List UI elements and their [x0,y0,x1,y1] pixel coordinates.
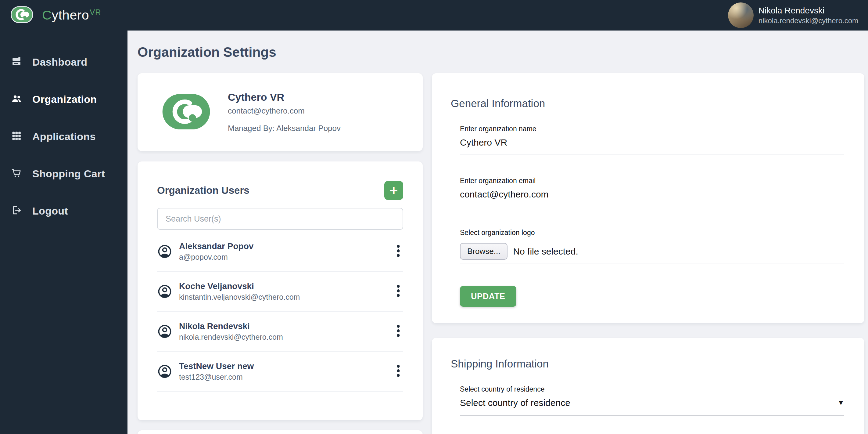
user-circle-icon [157,364,172,379]
user-email: test123@user.com [179,372,387,381]
file-status-text: No file selected. [513,246,578,257]
sidebar-item-label: Applications [32,131,96,143]
logout-icon [11,205,22,217]
topbar-user-email: nikola.rendevski@cythero.com [758,16,858,25]
user-row: TestNew User new test123@user.com [157,352,403,392]
user-email: nikola.rendevski@cythero.com [179,332,387,342]
user-menu[interactable]: Nikola Rendevski nikola.rendevski@cyther… [728,2,858,28]
add-user-button[interactable]: + [384,181,403,200]
sidebar-item-label: Organization [32,93,97,105]
user-circle-icon [157,284,172,299]
user-avatar [728,2,754,28]
sidebar-item-applications[interactable]: Applications [11,126,127,146]
kebab-icon [397,244,400,257]
user-name: Nikola Rendevski [179,321,387,331]
brand[interactable]: CytheroVR [10,5,101,25]
general-information-title: General Information [451,97,844,110]
brand-superscript: VR [90,8,101,17]
applications-icon [11,130,22,143]
country-select[interactable]: Select country of residence ▼ [460,397,844,416]
general-information-card: General Information Enter organization n… [432,73,864,323]
user-row: Aleksandar Popov a@popov.com [157,232,403,272]
user-row-menu-button[interactable] [394,283,403,300]
kebab-icon [397,324,400,337]
brand-name: CytheroVR [42,8,101,23]
organization-summary-card: Cythero VR contact@cythero.com Managed B… [137,73,423,151]
organization-name: Cythero VR [228,91,341,103]
search-users-input[interactable] [157,208,403,230]
sidebar-item-label: Dashboard [32,56,87,68]
shipping-information-title: Shipping Information [451,357,844,370]
organization-managed-by: Managed By: Aleksandar Popov [228,124,341,133]
topbar-user-name: Nikola Rendevski [758,5,858,16]
organization-name-label: Enter organization name [460,124,844,133]
user-circle-icon [157,244,172,259]
next-card-partial [137,430,423,434]
organization-logo-label: Select organization logo [460,228,844,237]
user-email: a@popov.com [179,252,387,262]
organization-logo [161,92,212,133]
organization-icon [11,93,22,105]
user-row-menu-button[interactable] [394,323,403,340]
cythero-logo-icon [10,5,34,25]
country-select-value: Select country of residence [460,397,570,409]
organization-users-title: Organization Users [157,185,249,196]
user-name: Koche Veljanovski [179,281,387,291]
user-name: TestNew User new [179,361,387,371]
sidebar-item-logout[interactable]: Logout [11,201,127,221]
organization-email-label: Enter organization email [460,176,844,185]
kebab-icon [397,365,400,377]
sidebar-item-dashboard[interactable]: Dashboard [11,52,127,72]
logo-file-input: Browse... No file selected. [460,243,844,263]
country-select-label: Select country of residence [460,385,844,394]
shipping-information-card: Shipping Information Select country of r… [432,338,864,434]
user-row: Koche Veljanovski kinstantin.veljanovski… [157,272,403,312]
user-row-menu-button[interactable] [394,243,403,260]
user-name: Aleksandar Popov [179,241,387,252]
update-button[interactable]: UPDATE [460,286,516,307]
user-row-menu-button[interactable] [394,363,403,380]
sidebar-item-label: Logout [32,205,68,217]
topbar: CytheroVR Nikola Rendevski nikola.rendev… [0,0,868,31]
user-list: Aleksandar Popov a@popov.com [157,232,403,392]
sidebar-item-shopping-cart[interactable]: Shopping Cart [11,164,127,184]
organization-name-input[interactable] [460,137,844,154]
sidebar: Dashboard Organization Appl [0,31,127,434]
sidebar-item-organization[interactable]: Organization [11,89,127,109]
kebab-icon [397,285,400,297]
organization-users-card: Organization Users + [137,162,423,420]
chevron-down-icon: ▼ [837,399,844,407]
page-title: Organization Settings [137,44,864,60]
sidebar-item-label: Shopping Cart [32,168,105,180]
user-row: Nikola Rendevski nikola.rendevski@cyther… [157,312,403,352]
organization-email-input[interactable] [460,189,844,206]
user-circle-icon [157,324,172,339]
dashboard-icon [11,56,22,68]
user-email: kinstantin.veljanovski@cythero.com [179,292,387,301]
browse-button[interactable]: Browse... [460,243,507,260]
organization-email: contact@cythero.com [228,106,341,116]
main-content: Organization Settings Cythero VR [127,31,868,434]
shopping-cart-icon [11,168,22,180]
